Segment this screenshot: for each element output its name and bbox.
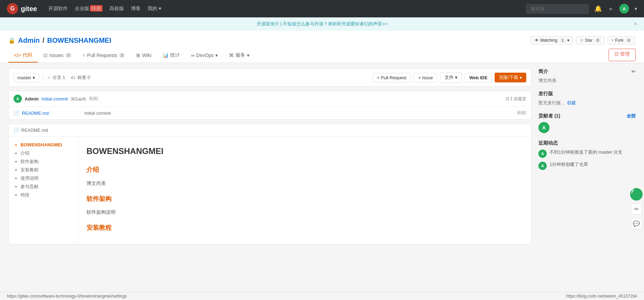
tab-issues[interactable]: ⊡ Issues 0 [38, 49, 77, 63]
nav-links: 开源软件 企业版特惠 高校版 博客 我的 ▾ [48, 6, 161, 12]
readme-section-heading-0: 介绍 [86, 164, 523, 175]
branch-selector[interactable]: master ▾ [14, 73, 39, 82]
repo-separator: / [42, 37, 44, 44]
nav-blog[interactable]: 博客 [131, 6, 141, 12]
branch-count: 分支 1 [52, 74, 65, 81]
commit-row: A Admin Initial commit 301acfc 刚刚 ⊡ 1 次提… [9, 91, 531, 107]
tab-manage[interactable]: ⊡ 管理 [609, 49, 636, 61]
edit-float-btn[interactable]: ✏ [630, 202, 644, 216]
nav-university[interactable]: 高校版 [109, 6, 124, 12]
tab-services[interactable]: ⌘ 服务 ▾ [223, 49, 255, 63]
readme-body: BOWENSHANGMEI 介绍软件架构安装教程使用说明参与贡献特技 BOWEN… [9, 137, 531, 244]
fork-label: Fork [615, 38, 624, 43]
activity-avatar: A [538, 162, 547, 170]
tab-stats[interactable]: 📊 统计 [157, 49, 185, 63]
star-btn[interactable]: ☆ Star 0 [576, 36, 605, 44]
fork-icon: ⑂ [611, 38, 614, 43]
tab-devops-label: DevOps [196, 52, 214, 58]
repo-title: 🔒 Admin / BOWENSHANGMEI [8, 37, 111, 44]
commit-message[interactable]: Initial commit [41, 96, 68, 102]
branch-icon: ⑂ [48, 75, 50, 80]
readme-section-content-0: 博文尚美 [86, 179, 523, 188]
nav-enterprise[interactable]: 企业版特惠 [75, 6, 102, 12]
commit-hash[interactable]: 301acfc [71, 96, 86, 102]
branch-dropdown-icon: ▾ [33, 75, 35, 80]
file-name[interactable]: README.md [22, 111, 84, 116]
divider [43, 74, 43, 81]
search-input[interactable] [526, 4, 589, 14]
logo[interactable]: G gitee [7, 3, 37, 14]
commit-count-icon: ⊡ [506, 96, 509, 101]
activity-item: A 1分钟前创建了仓库 [538, 161, 636, 170]
activity-text: 不到1分钟前推送了新的 master 分支 [550, 149, 622, 155]
toc-item[interactable]: 安装教程 [20, 167, 72, 173]
readme-filename: README.md [21, 128, 48, 133]
nav-mine[interactable]: 我的 ▾ [148, 6, 161, 12]
release-create-link[interactable]: 创建 [567, 100, 576, 105]
toc-item[interactable]: 特技 [20, 192, 72, 198]
toc-item[interactable]: 软件架构 [20, 159, 72, 165]
code-icon: </> [14, 52, 21, 58]
web-ide-btn[interactable]: Web IDE [465, 73, 492, 82]
devops-dropdown-icon: ▾ [215, 52, 218, 58]
toc-item[interactable]: 使用说明 [20, 175, 72, 181]
enterprise-badge: 特惠 [90, 5, 102, 11]
repo-toolbar: master ▾ ⑂ 分支 1 🏷 标签 0 + Pull Request + … [8, 68, 531, 87]
tag-meta: 🏷 标签 0 [71, 74, 90, 81]
readme-toc: BOWENSHANGMEI 介绍软件架构安装教程使用说明参与贡献特技 [9, 137, 78, 244]
repo-actions: 👁 Watching 1 ▾ ☆ Star 0 ⑂ Fork 0 [531, 36, 636, 44]
watching-btn[interactable]: 👁 Watching 1 ▾ [531, 36, 573, 44]
fork-btn[interactable]: ⑂ Fork 0 [608, 36, 636, 44]
pull-request-btn[interactable]: + Pull Request [372, 73, 411, 82]
issue-btn[interactable]: + Issue [414, 73, 437, 82]
tab-pull-requests[interactable]: ⑂ Pull Requests 0 [77, 49, 131, 63]
readme-section-heading-1: 软件架构 [86, 193, 523, 204]
file-table: A Admin Initial commit 301acfc 刚刚 ⊡ 1 次提… [8, 91, 531, 120]
branch-name: master [17, 75, 31, 80]
tab-code[interactable]: </> 代码 [8, 49, 38, 63]
readme-file-icon: 📄 [14, 128, 19, 133]
sidebar-release-section: 发行版 暂无发行版， 创建 [538, 91, 636, 106]
banner: 开源宣传片 | 不知道怎么参与开源？来听听开源爱好者们的声音>> × [0, 17, 644, 31]
commit-time: 刚刚 [89, 96, 98, 102]
toc-item[interactable]: 参与贡献 [20, 184, 72, 190]
toc-main-item[interactable]: BOWENSHANGMEI [20, 142, 72, 147]
file-btn[interactable]: 文件 ▾ [440, 72, 462, 83]
contributor-avatar[interactable]: A [538, 122, 550, 133]
nav-open-source[interactable]: 开源软件 [48, 6, 68, 12]
manage-icon: ⊡ [614, 51, 619, 57]
logo-icon: G [7, 3, 18, 14]
toc-item[interactable]: 介绍 [20, 150, 72, 156]
watching-label: Watching [540, 38, 558, 43]
readme-section: 📄 README.md BOWENSHANGMEI 介绍软件架构安装教程使用说明… [8, 124, 531, 244]
content-left: master ▾ ⑂ 分支 1 🏷 标签 0 + Pull Request + … [8, 68, 531, 244]
wiki-icon: ⊞ [136, 52, 140, 58]
user-dropdown-icon[interactable]: ▾ [635, 6, 637, 11]
tab-code-label: 代码 [23, 52, 32, 58]
tab-pr-label: Pull Requests [87, 52, 117, 58]
chat-float-btn[interactable]: 💬 [630, 217, 644, 230]
add-icon[interactable]: ＋ [608, 5, 614, 13]
star-label: Star [585, 38, 593, 43]
floating-buttons: ? ✏ 💬 [630, 187, 644, 230]
help-float-btn[interactable]: ? [630, 187, 644, 201]
chat-icon: 💬 [631, 218, 642, 229]
services-dropdown-icon: ▾ [247, 52, 249, 58]
clone-btn[interactable]: 克隆/下载 ▾ [495, 73, 526, 82]
file-icon: 📄 [14, 111, 19, 116]
star-count: 0 [595, 38, 601, 43]
commit-avatar: A [14, 95, 22, 103]
notifications-icon[interactable]: 🔔 [594, 5, 602, 13]
tab-devops[interactable]: ∞ DevOps ▾ [185, 49, 224, 63]
issues-badge: 0 [65, 53, 72, 58]
tab-wiki[interactable]: ⊞ Wiki [131, 49, 157, 63]
user-avatar[interactable]: A [619, 4, 629, 14]
repo-name-link[interactable]: BOWENSHANGMEI [47, 37, 111, 44]
banner-close[interactable]: × [634, 21, 637, 27]
repo-owner-link[interactable]: Admin [18, 37, 40, 44]
sidebar-activity-title: 近期动态 [538, 140, 636, 146]
sidebar-release-title: 发行版 [538, 91, 636, 97]
intro-edit-icon[interactable]: ✏ [631, 69, 636, 74]
issues-icon: ⊡ [43, 52, 48, 58]
contributors-all-link[interactable]: 全部 [627, 113, 636, 119]
